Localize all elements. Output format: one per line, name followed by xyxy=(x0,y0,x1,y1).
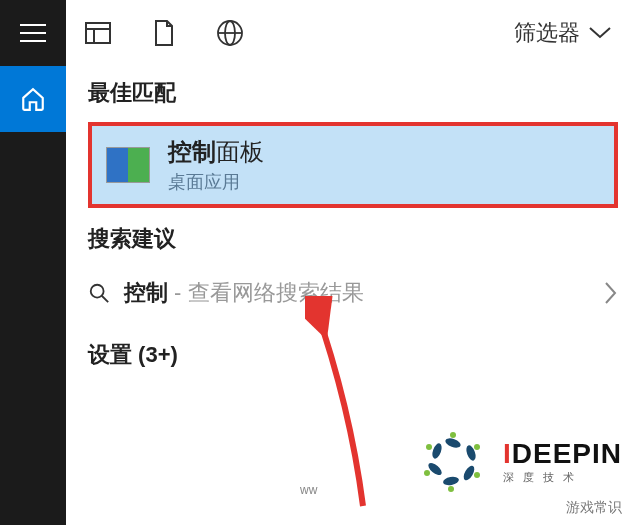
svg-point-18 xyxy=(424,470,430,476)
filter-label: 筛选器 xyxy=(514,18,580,48)
search-suggest-heading: 搜索建议 xyxy=(88,224,618,254)
svg-point-8 xyxy=(444,437,462,450)
control-panel-icon xyxy=(106,147,150,183)
hamburger-icon xyxy=(20,24,46,42)
home-button[interactable] xyxy=(0,66,66,132)
svg-point-11 xyxy=(442,476,459,487)
search-icon xyxy=(88,282,110,304)
web-search-text: 控制 - 查看网络搜索结果 xyxy=(124,278,364,308)
home-icon xyxy=(20,86,46,112)
topbar: 筛选器 xyxy=(66,0,640,66)
chevron-right-icon xyxy=(604,281,618,305)
brand-text: IDEEPIN xyxy=(503,438,622,470)
app-view-icon[interactable] xyxy=(84,19,112,47)
svg-point-14 xyxy=(450,432,456,438)
brand-subtext: 深 度 技 术 xyxy=(503,470,622,485)
svg-point-19 xyxy=(426,444,432,450)
svg-point-17 xyxy=(448,486,454,492)
svg-point-6 xyxy=(91,285,104,298)
chevron-down-icon xyxy=(588,26,612,40)
web-search-row[interactable]: 控制 - 查看网络搜索结果 xyxy=(88,272,618,314)
settings-heading: 设置 (3+) xyxy=(88,340,618,370)
svg-point-10 xyxy=(462,464,477,482)
filter-button[interactable]: 筛选器 xyxy=(514,18,622,48)
svg-point-13 xyxy=(430,442,443,460)
result-title: 控制面板 xyxy=(168,136,264,168)
corner-watermark: 游戏常识 xyxy=(566,499,622,517)
swirl-icon xyxy=(417,425,489,497)
menu-button[interactable] xyxy=(0,0,66,66)
document-icon[interactable] xyxy=(150,19,178,47)
svg-point-15 xyxy=(474,444,480,450)
footer-watermark: ww xyxy=(300,483,317,497)
sidebar xyxy=(0,0,66,525)
watermark-logo: IDEEPIN 深 度 技 术 xyxy=(417,425,622,497)
best-match-heading: 最佳匹配 xyxy=(88,78,618,108)
web-icon[interactable] xyxy=(216,19,244,47)
svg-line-7 xyxy=(102,296,108,302)
svg-point-16 xyxy=(474,472,480,478)
best-match-result[interactable]: 控制面板 桌面应用 xyxy=(88,122,618,208)
svg-rect-0 xyxy=(86,23,110,43)
result-subtitle: 桌面应用 xyxy=(168,170,264,194)
